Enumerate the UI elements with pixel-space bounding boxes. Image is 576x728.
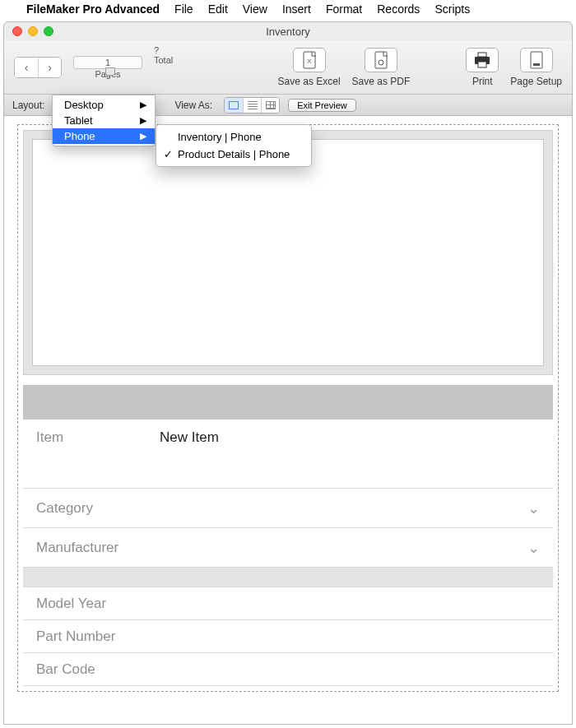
exit-preview-button[interactable]: Exit Preview [288,99,356,112]
field-category[interactable]: Category ⌄ [23,489,553,528]
page-next-button[interactable]: › [38,58,61,77]
layout-menu-item-label: Desktop [64,99,104,111]
total-label: Total [154,55,173,65]
excel-icon: X [301,51,318,69]
submenu-arrow-icon: ▶ [140,100,146,110]
submenu-item-label: Inventory | Phone [178,131,262,143]
form-view-icon [229,101,239,109]
layout-canvas: Item New Item Category ⌄ Manufacturer ⌄ … [4,116,572,724]
print-label: Print [472,76,493,87]
field-item[interactable]: Item New Item [23,420,553,489]
field-model-year[interactable]: Model Year [23,587,553,620]
submenu-arrow-icon: ▶ [140,115,146,126]
section-divider [23,568,553,587]
total-count: ? [154,45,173,55]
printer-icon [473,52,491,68]
submenu-product-details-phone[interactable]: ✓ Product Details | Phone [156,146,311,163]
menubar-file[interactable]: File [174,2,193,16]
svg-text:X: X [307,58,312,65]
form-fields: Item New Item Category ⌄ Manufacturer ⌄ … [23,420,553,686]
page-indicator: 1 Pages [73,56,142,79]
layout-bar: Layout: View As: Exit Preview Desktop ▶ … [4,95,572,116]
field-label: Item [36,429,160,446]
layout-label: Layout: [12,100,44,111]
field-value: New Item [160,429,219,446]
view-as-label: View As: [174,100,212,111]
save-as-excel-button[interactable]: X Save as Excel [278,48,341,87]
field-part-number[interactable]: Part Number [23,620,553,653]
chevron-down-icon: ⌄ [527,539,540,557]
menubar-view[interactable]: View [243,2,267,16]
layout-menu-phone[interactable]: Phone ▶ [53,128,155,144]
submenu-inventory-phone[interactable]: Inventory | Phone [156,128,311,146]
pdf-icon [373,51,389,69]
svg-rect-5 [478,53,486,57]
page-nav: ‹ › [14,57,62,78]
save-as-pdf-button[interactable]: Save as PDF [352,48,411,87]
save-as-pdf-label: Save as PDF [352,76,411,87]
field-label: Manufacturer [36,540,160,556]
field-label: Part Number [36,628,160,645]
app-window: Inventory ‹ › 1 Pages ? Total X Save as [3,21,573,725]
menubar-insert[interactable]: Insert [282,2,311,16]
chevron-down-icon: ⌄ [527,499,540,517]
svg-rect-8 [533,63,540,66]
table-view-icon [266,101,276,109]
submenu-arrow-icon: ▶ [140,131,146,141]
layout-menu-tablet[interactable]: Tablet ▶ [53,113,155,128]
page-setup-label: Page Setup [510,76,562,87]
titlebar: Inventory [4,22,572,40]
layout-submenu: Inventory | Phone ✓ Product Details | Ph… [156,124,312,167]
layout-menu-item-label: Phone [64,130,95,142]
field-label: Model Year [36,596,160,612]
header-band [23,385,553,420]
svg-rect-6 [478,62,486,67]
layout-menu-desktop[interactable]: Desktop ▶ [53,97,155,113]
layout-menu-item-label: Tablet [64,114,93,127]
print-button[interactable]: Print [466,48,499,87]
record-total: ? Total [154,40,173,65]
check-icon: ✓ [163,148,173,160]
field-manufacturer[interactable]: Manufacturer ⌄ [23,528,553,568]
field-label: Bar Code [36,661,160,678]
view-as-form-button[interactable] [225,98,243,113]
page-prev-button[interactable]: ‹ [15,58,38,77]
image-placeholder[interactable] [32,139,544,366]
view-as-list-button[interactable] [243,98,261,113]
list-view-icon [248,101,258,109]
field-label: Category [36,500,160,517]
view-as-table-button[interactable] [261,98,279,113]
field-bar-code[interactable]: Bar Code [23,653,553,686]
menubar-app-name[interactable]: FileMaker Pro Advanced [26,2,160,16]
menubar-edit[interactable]: Edit [208,2,228,16]
menubar-format[interactable]: Format [326,2,362,16]
page-outline: Item New Item Category ⌄ Manufacturer ⌄ … [17,124,559,692]
svg-point-3 [379,60,383,65]
page-slider[interactable]: 1 [73,56,142,69]
page-setup-icon [529,51,544,69]
page-setup-button[interactable]: Page Setup [510,48,562,87]
save-as-excel-label: Save as Excel [278,76,341,87]
layout-dropdown: Desktop ▶ Tablet ▶ Phone ▶ [52,95,156,146]
window-title: Inventory [4,26,572,38]
view-as-segmented [224,97,280,114]
menubar-scripts[interactable]: Scripts [434,2,470,16]
menubar-records[interactable]: Records [377,2,420,16]
slider-knob-icon[interactable] [105,67,115,76]
submenu-item-label: Product Details | Phone [178,148,290,160]
mac-menubar: FileMaker Pro Advanced File Edit View In… [0,0,576,18]
page-number: 1 [105,58,110,67]
toolbar: ‹ › 1 Pages ? Total X Save as Excel [4,40,572,95]
